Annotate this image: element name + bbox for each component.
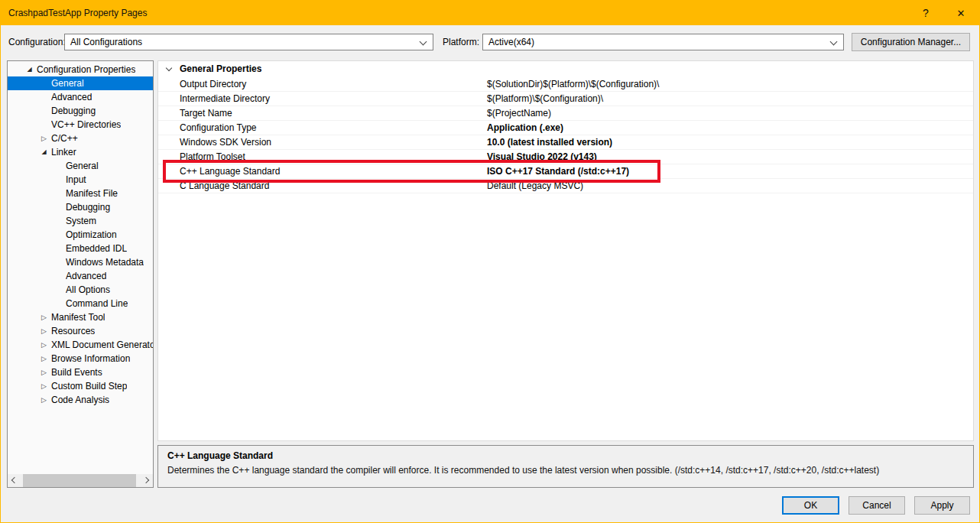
tree-item-label: Windows Metadata	[66, 255, 144, 269]
close-icon: ✕	[957, 8, 965, 19]
property-name: Platform Toolset	[158, 150, 487, 164]
help-button[interactable]: ?	[912, 1, 939, 25]
tree-indent-spacer	[37, 104, 51, 118]
property-value[interactable]: $(Platform)\$(Configuration)\	[487, 92, 973, 106]
collapse-icon[interactable]: ◢	[22, 63, 37, 76]
tree-indent-spacer	[51, 269, 66, 283]
tree-item-label: Build Events	[51, 365, 102, 379]
tree-item-vc-directories[interactable]: VC++ Directories	[8, 118, 153, 132]
scroll-left-button[interactable]	[8, 474, 21, 487]
tree-item-input[interactable]: Input	[8, 173, 153, 187]
property-value[interactable]: Default (Legacy MSVC)	[487, 179, 973, 193]
property-row-configuration-type[interactable]: Configuration TypeApplication (.exe)	[158, 121, 973, 135]
tree-item-xml-document-generator[interactable]: ▷XML Document Generator	[8, 338, 153, 352]
configuration-select[interactable]: All Configurations	[64, 34, 433, 50]
grid-section-title: General Properties	[180, 63, 261, 74]
scroll-right-button[interactable]	[140, 474, 153, 487]
tree-indent-spacer	[51, 255, 66, 269]
tree-item-linker[interactable]: ◢Linker	[8, 145, 153, 159]
tree-item-advanced[interactable]: Advanced	[8, 90, 153, 104]
property-name: Output Directory	[158, 77, 487, 91]
tree-item-advanced[interactable]: Advanced	[8, 269, 153, 283]
configuration-label: Configuration:	[8, 37, 66, 47]
configuration-manager-button[interactable]: Configuration Manager...	[852, 33, 970, 51]
tree-indent-spacer	[37, 90, 51, 104]
property-row-platform-toolset[interactable]: Platform ToolsetVisual Studio 2022 (v143…	[158, 150, 973, 164]
tree-indent-spacer	[51, 297, 66, 310]
property-name: C Language Standard	[158, 179, 487, 193]
expand-icon[interactable]: ▷	[37, 338, 51, 352]
tree-item-command-line[interactable]: Command Line	[8, 297, 153, 310]
expand-icon[interactable]: ▷	[37, 379, 51, 393]
property-name: Configuration Type	[158, 121, 487, 135]
tree-item-label: Advanced	[51, 90, 92, 104]
tree-item-browse-information[interactable]: ▷Browse Information	[8, 352, 153, 365]
tree-item-label: Linker	[51, 145, 76, 159]
ok-button[interactable]: OK	[782, 496, 839, 515]
tree-item-all-options[interactable]: All Options	[8, 283, 153, 297]
cancel-button[interactable]: Cancel	[849, 496, 905, 515]
property-value[interactable]: Visual Studio 2022 (v143)	[487, 150, 973, 164]
expand-icon[interactable]: ▷	[37, 310, 51, 324]
property-row-target-name[interactable]: Target Name$(ProjectName)	[158, 106, 973, 121]
tree-item-label: General	[51, 76, 84, 90]
tree-item-c-c[interactable]: ▷C/C++	[8, 132, 153, 145]
property-name: Target Name	[158, 106, 487, 120]
property-value[interactable]: 10.0 (latest installed version)	[487, 135, 973, 149]
scrollbar-thumb[interactable]	[23, 474, 136, 487]
tree-item-windows-metadata[interactable]: Windows Metadata	[8, 255, 153, 269]
tree-item-resources[interactable]: ▷Resources	[8, 324, 153, 338]
tree-item-custom-build-step[interactable]: ▷Custom Build Step	[8, 379, 153, 393]
property-row-output-directory[interactable]: Output Directory$(SolutionDir)$(Platform…	[158, 77, 973, 92]
platform-select[interactable]: Active(x64)	[482, 34, 844, 50]
property-row-c-language-standard[interactable]: C Language StandardDefault (Legacy MSVC)	[158, 179, 973, 193]
property-row-intermediate-directory[interactable]: Intermediate Directory$(Platform)\$(Conf…	[158, 92, 973, 106]
tree-item-label: Advanced	[66, 269, 106, 283]
tree-item-debugging[interactable]: Debugging	[8, 200, 153, 214]
expand-icon[interactable]: ▷	[37, 324, 51, 338]
expand-icon[interactable]: ▷	[37, 132, 51, 145]
property-value[interactable]: $(ProjectName)	[487, 106, 973, 120]
chevron-left-icon	[11, 477, 18, 483]
tree-item-manifest-tool[interactable]: ▷Manifest Tool	[8, 310, 153, 324]
tree-item-embedded-idl[interactable]: Embedded IDL	[8, 242, 153, 255]
tree-item-build-events[interactable]: ▷Build Events	[8, 365, 153, 379]
expand-icon[interactable]: ▷	[37, 352, 51, 365]
tree-item-configuration-properties[interactable]: ◢Configuration Properties	[8, 63, 153, 76]
collapse-icon[interactable]: ◢	[37, 145, 51, 159]
close-button[interactable]: ✕	[947, 1, 975, 25]
tree-item-label: Custom Build Step	[51, 379, 127, 393]
description-text: Determines the C++ language standard the…	[167, 465, 964, 476]
expand-icon[interactable]: ▷	[37, 393, 51, 407]
tree-item-label: Embedded IDL	[66, 242, 127, 255]
tree-item-optimization[interactable]: Optimization	[8, 228, 153, 242]
tree-item-label: C/C++	[51, 132, 78, 145]
tree-indent-spacer	[51, 173, 66, 187]
tree-item-label: Command Line	[66, 297, 128, 310]
description-title: C++ Language Standard	[167, 450, 964, 461]
grid-section-general-properties[interactable]: General Properties	[158, 61, 973, 77]
expand-icon[interactable]: ▷	[37, 365, 51, 379]
tree-item-system[interactable]: System	[8, 214, 153, 228]
tree-item-general[interactable]: General	[8, 159, 153, 173]
property-name: C++ Language Standard	[158, 164, 487, 178]
tree-item-debugging[interactable]: Debugging	[8, 104, 153, 118]
tree-item-label: Manifest Tool	[51, 310, 105, 324]
config-tree-panel: ◢Configuration PropertiesGeneralAdvanced…	[7, 60, 154, 488]
tree-indent-spacer	[37, 118, 51, 132]
property-value[interactable]: Application (.exe)	[487, 121, 973, 135]
window-title: CrashpadTestApp Property Pages	[8, 8, 147, 18]
tree-item-code-analysis[interactable]: ▷Code Analysis	[8, 393, 153, 407]
tree-horizontal-scrollbar[interactable]	[8, 474, 153, 487]
property-row-c-language-standard[interactable]: C++ Language StandardISO C++17 Standard …	[158, 164, 973, 179]
property-value[interactable]: $(SolutionDir)$(Platform)\$(Configuratio…	[487, 77, 973, 91]
property-value[interactable]: ISO C++17 Standard (/std:c++17)	[487, 164, 973, 178]
apply-button[interactable]: Apply	[914, 496, 970, 515]
property-grid-rows: Output Directory$(SolutionDir)$(Platform…	[158, 77, 973, 193]
tree-item-general[interactable]: General	[8, 76, 153, 90]
tree-item-label: Configuration Properties	[37, 63, 135, 76]
property-row-windows-sdk-version[interactable]: Windows SDK Version10.0 (latest installe…	[158, 135, 973, 150]
tree-indent-spacer	[51, 283, 66, 297]
config-tree: ◢Configuration PropertiesGeneralAdvanced…	[8, 63, 153, 407]
tree-item-manifest-file[interactable]: Manifest File	[8, 187, 153, 200]
